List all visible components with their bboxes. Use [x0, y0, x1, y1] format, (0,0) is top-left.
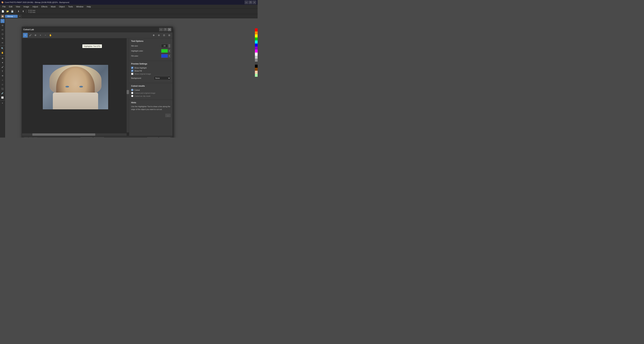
crop-button[interactable]: ✂	[0, 41, 4, 45]
add-tab-button[interactable]: +	[18, 15, 22, 18]
shape-tool-button[interactable]: □	[0, 82, 4, 87]
dodge-tool-button[interactable]: ○	[0, 78, 4, 82]
horizontal-scrollbar[interactable]	[22, 133, 126, 136]
palette-color-purple[interactable]	[255, 47, 258, 50]
cutout-radio[interactable]	[131, 89, 133, 91]
dialog-close-button[interactable]: ✕	[168, 28, 171, 31]
select-tool-button[interactable]: ↖	[0, 19, 4, 23]
bitmap-tab[interactable]: Bitmap ✕	[5, 15, 18, 18]
dialog-nav-forward-button[interactable]: ▶	[33, 137, 38, 138]
new-document-button[interactable]: 📄	[1, 9, 5, 14]
ok-button[interactable]: OK	[147, 137, 158, 138]
menu-mask[interactable]: Mask	[49, 5, 57, 9]
eraser-tool-button[interactable]: ⬜	[0, 96, 4, 100]
show-original-checkbox[interactable]	[131, 73, 133, 75]
menu-effects[interactable]: Effects	[40, 5, 49, 9]
cutout-clip-radio[interactable]	[131, 95, 133, 97]
cancel-button[interactable]: Cancel	[159, 137, 170, 138]
transform-button[interactable]: ↻	[0, 37, 4, 41]
import-button[interactable]: ⬇	[16, 9, 21, 14]
highlight-color-dropdown-button[interactable]: ▼	[168, 49, 170, 53]
nib-size-input[interactable]	[161, 44, 168, 48]
zoom-1-1-dialog-button[interactable]: ⊟	[167, 33, 172, 38]
preview-settings-section: Preview Settings Show Highlight Show Fil…	[129, 61, 172, 83]
cutout-orig-radio[interactable]	[131, 92, 133, 94]
add-detail-tool-button[interactable]: +	[38, 33, 43, 38]
palette-color-orange[interactable]	[255, 31, 258, 35]
palette-color-black[interactable]	[255, 65, 258, 68]
menu-object[interactable]: Object	[57, 5, 66, 9]
fill-color-dropdown-button[interactable]: ▼	[168, 54, 170, 58]
bitmap-tab-close-icon[interactable]: ✕	[14, 16, 15, 17]
palette-color-lightgreen[interactable]	[255, 74, 258, 77]
palette-color-white[interactable]	[255, 53, 258, 56]
dialog-minimize-button[interactable]: —	[159, 28, 163, 31]
remove-highlight-tool-button[interactable]: ⊘	[33, 33, 38, 38]
show-fill-checkbox[interactable]	[131, 70, 133, 72]
polygon-select-button[interactable]: ⬡	[0, 32, 4, 36]
menu-file[interactable]: File	[1, 5, 7, 9]
palette-color-peach[interactable]	[255, 71, 258, 74]
palette-color-cyan[interactable]	[255, 41, 258, 44]
freehand-select-button[interactable]: ⊙	[0, 23, 4, 27]
rectangle-select-button[interactable]: ▭	[0, 28, 4, 32]
smear-tool-button[interactable]: ≋	[0, 74, 4, 78]
highlighter-tool-button[interactable]: ✏	[23, 33, 28, 38]
zoom-out-dialog-button[interactable]: ⊖	[156, 33, 161, 38]
fill-inside-tool-button[interactable]: 🖊	[28, 33, 33, 38]
palette-color-red[interactable]	[255, 28, 258, 31]
menu-image[interactable]: Image	[22, 5, 31, 9]
menu-adjust[interactable]: Adjust	[31, 5, 40, 9]
palette-color-darkgray[interactable]	[255, 62, 258, 65]
menu-tools[interactable]: Tools	[66, 5, 74, 9]
vertical-scrollbar-thumb[interactable]	[126, 90, 129, 94]
dialog-help-button[interactable]: ?	[24, 137, 28, 138]
menu-window[interactable]: Window	[74, 5, 85, 9]
palette-color-yellow[interactable]	[255, 35, 258, 38]
nib-size-up-button[interactable]: ▲	[168, 44, 170, 46]
palette-color-magenta[interactable]	[255, 50, 258, 53]
menu-help[interactable]: Help	[85, 5, 92, 9]
paint-tool-button[interactable]: 🖌	[0, 65, 4, 69]
clone-tool-button[interactable]: ⊕	[0, 56, 4, 60]
palette-color-green[interactable]	[255, 38, 258, 41]
zoom-tool-button[interactable]: 🔍	[0, 46, 4, 50]
effect-tool-button[interactable]: ✦	[0, 61, 4, 65]
fill-tool-button[interactable]: ⬛	[0, 87, 4, 91]
preview-button[interactable]: Preview	[80, 137, 92, 138]
menu-edit[interactable]: Edit	[7, 5, 14, 9]
zoom-in-dialog-button[interactable]: ⊕	[151, 33, 156, 38]
fill-color-swatch[interactable]	[161, 54, 168, 58]
horizontal-scrollbar-thumb[interactable]	[32, 133, 95, 136]
remove-detail-tool-button[interactable]: −	[43, 33, 48, 38]
show-highlight-checkbox[interactable]	[131, 67, 133, 69]
vertical-scrollbar[interactable]	[126, 38, 129, 132]
restore-button[interactable]: ❐	[248, 1, 252, 4]
menu-view[interactable]: View	[14, 5, 22, 9]
export-button[interactable]: ⬆	[21, 9, 25, 14]
add-tool-button[interactable]: +	[0, 101, 4, 105]
dialog-nav-back-button[interactable]: ◀	[29, 137, 33, 138]
close-button[interactable]: ×	[252, 1, 256, 4]
reset-button[interactable]: Reset	[94, 137, 104, 138]
palette-color-gray[interactable]	[255, 59, 258, 62]
nib-size-down-button[interactable]: ▼	[168, 46, 170, 48]
pan-tool-button[interactable]: ✋	[0, 51, 4, 55]
pan-dialog-tool-button[interactable]: ✋	[48, 33, 53, 38]
palette-color-brown[interactable]	[255, 68, 258, 71]
background-select[interactable]: None White Black Gray	[154, 76, 170, 80]
home-tab-icon[interactable]: 🏠	[1, 15, 4, 18]
open-button[interactable]: 📁	[5, 9, 10, 14]
dialog-restore-button[interactable]: ❐	[163, 28, 167, 31]
text-tool-button[interactable]: T	[0, 69, 4, 73]
zoom-fit-dialog-button[interactable]: ⊡	[162, 33, 166, 38]
dialog-footer: ? ◀ ▶ Preview Reset OK Cancel	[22, 136, 172, 137]
palette-color-lightgray[interactable]	[255, 56, 258, 59]
minimize-button[interactable]: —	[244, 1, 248, 4]
highlight-color-swatch[interactable]	[161, 49, 168, 53]
palette-color-blue[interactable]	[255, 44, 258, 47]
eyedropper-tool-button[interactable]: 💉	[0, 91, 4, 95]
hints-more-button[interactable]: ...	[165, 114, 170, 117]
save-button[interactable]: 💾	[10, 9, 14, 14]
dialog-canvas-panel[interactable]	[22, 38, 129, 136]
